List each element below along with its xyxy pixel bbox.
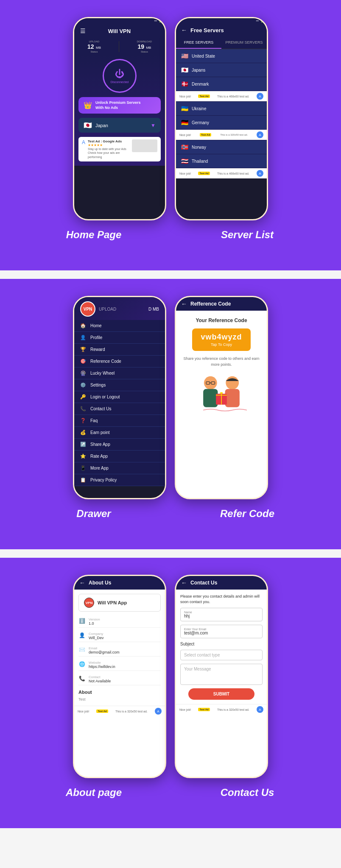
server-section-title: Server List <box>201 229 294 241</box>
refer-illustration <box>196 373 247 415</box>
drawer-privacy[interactable]: 📋 Privacy Policy <box>74 474 165 486</box>
drawer-profile[interactable]: 👤 Profile <box>74 332 165 344</box>
company-label: Company <box>89 632 104 636</box>
signal-icon: ▪▪▪ <box>154 19 157 22</box>
server-jp: Japans <box>192 68 205 72</box>
premium-text: Unlock Premium Servers With No Ads <box>95 100 141 110</box>
server-item[interactable]: 🇺🇸 United State <box>176 49 267 63</box>
refer-desc: Share you reference code to others and e… <box>183 356 260 367</box>
about-contact-row: 📞 Contact Not Available <box>78 673 161 685</box>
drawer-earn[interactable]: 💰 Earn point <box>74 427 165 439</box>
website-label: Website <box>89 661 115 665</box>
name-field[interactable]: Name hhj <box>180 608 263 621</box>
about-phone: ← About Us VPN Will VPN App ℹ️ Version 1… <box>73 575 166 778</box>
svg-rect-1 <box>203 389 218 407</box>
more-app-icon: 📱 <box>80 465 86 471</box>
power-button[interactable]: ⏻ Disconnected <box>103 59 137 93</box>
server-selector[interactable]: 🇯🇵 Japan ▼ <box>78 118 161 133</box>
drawer-profile-label: Profile <box>90 335 102 340</box>
drawer-home[interactable]: 🏠 Home <box>74 320 165 332</box>
drawer-faq-label: Faq <box>90 418 98 423</box>
email-icon: ✉️ <box>78 647 85 653</box>
contact-ad-badge: Test Ad <box>198 708 210 711</box>
about-body: VPN Will VPN App ℹ️ Version 1.0 👤 Compan… <box>74 590 165 706</box>
about-email-content: Email demo@gmail.com <box>89 646 120 654</box>
hamburger-icon[interactable]: ☰ <box>80 28 86 34</box>
drawer-share-label: Share App <box>90 442 110 447</box>
drawer-more[interactable]: 📱 More App <box>74 462 165 474</box>
drawer-login[interactable]: 🔑 Login or Logout <box>74 391 165 403</box>
ad-badge-2: Test Ad <box>200 133 211 136</box>
server-ua: Ukraine <box>192 106 206 111</box>
drawer-reference[interactable]: 🎯 Reference Code <box>74 356 165 367</box>
svg-rect-6 <box>225 389 240 407</box>
submit-button[interactable]: SUBMIT <box>188 688 254 700</box>
contact-type-select[interactable]: Select contact type <box>180 650 263 660</box>
drawer-contact[interactable]: 📞 Contact Us <box>74 403 165 415</box>
server-item[interactable]: 🇺🇦 Ukraine <box>176 102 267 115</box>
drawer-section-title: Drawer <box>47 508 140 520</box>
ad-title: Test Ad : Google Ads <box>88 139 129 143</box>
email-field[interactable]: Enter Your Email test@m.com <box>180 625 263 638</box>
drawer-menu: 🏠 Home 👤 Profile 🏆 Reward 🎯 Reference Co… <box>74 320 165 486</box>
ad-content: Test Ad : Google Ads ★★★★★ Stay up to da… <box>88 139 129 159</box>
power-icon: ⏻ <box>115 69 124 80</box>
about-section-heading: About <box>78 690 161 695</box>
share-icon: ↗️ <box>80 442 86 447</box>
contact-title: Contact Us <box>190 580 217 586</box>
server-item[interactable]: 🇩🇰 Denmark <box>176 77 267 91</box>
drawer-header-right: D MB <box>148 307 159 312</box>
ad-mid-text-2: This is a 320x50 test ad. <box>220 134 248 136</box>
upload-status: Status <box>87 50 101 53</box>
server-item[interactable]: 🇩🇪 Germany <box>176 116 267 129</box>
about-back-icon[interactable]: ← <box>79 579 85 586</box>
home-phone: ▪▪▪ 🔋 ☰ Will VPN UPLOAD 12 MB Status <box>73 17 166 220</box>
de-flag: 🇩🇪 <box>181 119 188 126</box>
battery-icon-2: 🔋 <box>260 19 263 22</box>
about-contact-content: Contact Not Available <box>89 675 111 683</box>
drawer-faq[interactable]: ❓ Faq <box>74 415 165 427</box>
drawer-reward-label: Reward <box>90 347 105 352</box>
contact-ad-icon: A <box>257 706 263 713</box>
email-value: demo@gmail.com <box>89 650 120 654</box>
server-name: Japan <box>95 123 151 128</box>
drawer-rate[interactable]: ⭐ Rate App <box>74 451 165 462</box>
dropdown-icon[interactable]: ▼ <box>151 122 156 128</box>
premium-banner[interactable]: 👑 Unlock Premium Servers With No Ads <box>78 97 161 114</box>
server-no: Norway <box>192 145 206 150</box>
crown-icon: 👑 <box>84 101 92 109</box>
refer-subtitle: Your Reference Code <box>196 317 247 323</box>
contact-section-title: Contact Us <box>201 787 294 798</box>
about-version-row: ℹ️ Version 1.0 <box>78 616 161 628</box>
drawer-settings[interactable]: ⚙️ Settings <box>74 379 165 391</box>
drawer-share[interactable]: ↗️ Share App <box>74 439 165 451</box>
contact-back-icon[interactable]: ← <box>181 579 187 586</box>
drawer-more-label: More App <box>90 466 109 470</box>
server-item[interactable]: 🇯🇵 Japans <box>176 63 267 77</box>
refer-code-box[interactable]: vwb4wyzd Tap To Copy <box>192 328 250 351</box>
version-label: Version <box>89 618 100 621</box>
refer-back-icon[interactable]: ← <box>181 300 187 307</box>
server-item[interactable]: 🇹🇭 Thailand <box>176 154 267 168</box>
message-field[interactable]: Your Message <box>180 664 263 685</box>
info-icon: ℹ️ <box>78 618 85 624</box>
premium-servers-tab[interactable]: PREMIUM SERVERS <box>221 37 267 49</box>
server-item[interactable]: 🇳🇴 Norway <box>176 140 267 154</box>
drawer-lucky-wheel[interactable]: 🎡 Lucky Wheel <box>74 367 165 379</box>
ad-nice-job-1: Nice job! <box>179 95 191 98</box>
home-title: Will VPN <box>108 28 131 34</box>
drawer-reward[interactable]: 🏆 Reward <box>74 344 165 356</box>
free-servers-tab[interactable]: FREE SERVERS <box>176 37 221 49</box>
jp-flag: 🇯🇵 <box>181 67 188 73</box>
contact-body: Please enter you contact details and adm… <box>176 590 267 704</box>
back-arrow-icon[interactable]: ← <box>181 27 187 33</box>
th-flag: 🇹🇭 <box>181 158 188 164</box>
download-value: 19 MB <box>137 43 152 50</box>
about-website-row: 🌐 Website https://willdev.in <box>78 659 161 671</box>
contact-ad: Nice job! Test Ad This is a 320x50 test … <box>176 704 267 715</box>
about-ad-left: Nice job! <box>78 710 89 713</box>
ad-icon-3: A <box>257 170 263 177</box>
about-app-name-row: VPN Will VPN App <box>78 594 161 612</box>
us-flag: 🇺🇸 <box>181 53 188 59</box>
ad-icon-2: A <box>257 131 263 138</box>
